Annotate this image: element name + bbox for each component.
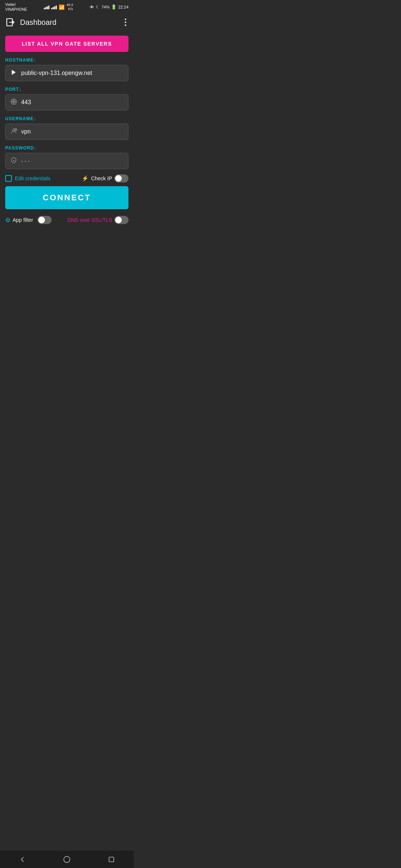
lightning-icon: ⚡ (82, 175, 89, 182)
carrier-name: Viettel (5, 2, 27, 7)
svg-marker-2 (12, 70, 16, 75)
check-ip-row: ⚡ Check IP (82, 174, 128, 183)
list-vpn-button[interactable]: LIST ALL VPN GATE SERVERS (5, 36, 128, 52)
carrier-info: Viettel VINAPHONE (5, 2, 27, 12)
password-field[interactable]: ··· (5, 153, 128, 169)
status-bar: Viettel VINAPHONE 📶 49.3 K/s 👁 ☾ 74% 🔋 2… (0, 0, 134, 13)
username-field[interactable]: vpn (5, 124, 128, 140)
clock: 22:24 (118, 5, 128, 9)
bottom-options: ⚙ App filter DNS over SSL/TLS (0, 214, 134, 226)
password-value: ··· (21, 157, 124, 165)
password-icon (10, 157, 17, 165)
port-label: PORT↓ (5, 86, 128, 92)
dns-label: DNS over SSL/TLS (67, 217, 112, 223)
overflow-menu-button[interactable] (123, 17, 128, 27)
carrier-name2: VINAPHONE (5, 7, 27, 12)
battery-icon: 🔋 (111, 4, 117, 10)
username-icon (10, 128, 17, 136)
app-bar: Dashboard (0, 13, 134, 31)
app-filter-label: App filter (13, 217, 33, 223)
port-value: 443 (21, 99, 124, 106)
dns-toggle[interactable] (114, 216, 128, 224)
signal-icon2 (51, 5, 57, 9)
vpn-form: HOSTNAME↓ public-vpn-131.opengw.net PORT… (0, 57, 134, 183)
hostname-field[interactable]: public-vpn-131.opengw.net (5, 65, 128, 81)
username-sort-arrow: ↓ (34, 116, 37, 121)
network-speed: 49.3 K/s (66, 3, 73, 11)
hostname-icon (10, 69, 17, 77)
edit-credentials-checkbox[interactable]: Edit credentials (5, 175, 50, 182)
password-sort-arrow: ↓ (34, 145, 37, 151)
wifi-icon: 📶 (59, 4, 65, 10)
app-filter-toggle[interactable] (38, 216, 52, 224)
eye-icon: 👁 (89, 4, 94, 10)
check-ip-label: Check IP (91, 175, 112, 181)
app-filter-row: ⚙ App filter (5, 216, 52, 224)
edit-credentials-label: Edit credentials (15, 175, 50, 181)
port-field[interactable]: 443 (5, 94, 128, 111)
battery-level: 74% (101, 5, 110, 9)
checkbox-box (5, 175, 12, 182)
svg-point-10 (13, 160, 14, 161)
exit-icon (6, 17, 16, 27)
dns-row: DNS over SSL/TLS (67, 216, 128, 224)
app-bar-left: Dashboard (6, 17, 56, 27)
connect-button[interactable]: CONNECT (5, 186, 128, 209)
check-ip-toggle[interactable] (114, 174, 128, 183)
password-label: PASSWORD↓ (5, 145, 128, 151)
port-sort-arrow: ↓ (19, 86, 22, 92)
port-icon (10, 98, 17, 106)
username-value: vpn (21, 128, 124, 135)
moon-icon: ☾ (96, 4, 100, 10)
app-title: Dashboard (20, 18, 56, 27)
hostname-sort-arrow: ↓ (34, 57, 37, 63)
gear-icon: ⚙ (5, 217, 10, 224)
signal-icon (44, 5, 49, 9)
username-label: USERNAME↓ (5, 116, 128, 121)
hostname-value: public-vpn-131.opengw.net (21, 70, 124, 76)
status-right: 👁 ☾ 74% 🔋 22:24 (89, 4, 128, 10)
options-row: Edit credentials ⚡ Check IP (5, 174, 128, 183)
hostname-label: HOSTNAME↓ (5, 57, 128, 63)
